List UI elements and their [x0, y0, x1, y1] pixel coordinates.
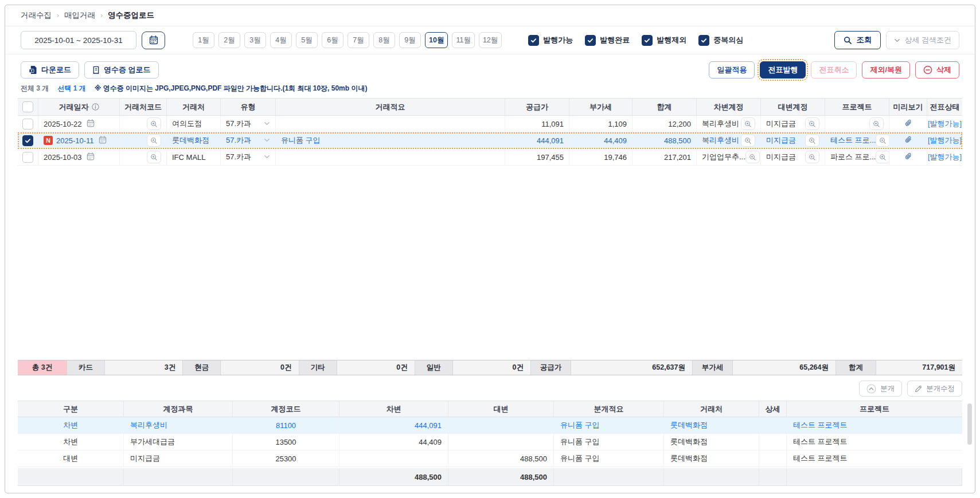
month-button-4월[interactable]: 4월: [270, 32, 292, 48]
checkbox-icon[interactable]: [528, 35, 539, 46]
cell-status[interactable]: [발행가능]: [927, 149, 962, 165]
cell-debit-account[interactable]: 복리후생비: [697, 132, 761, 148]
lookup-button[interactable]: [805, 134, 819, 147]
status-filter-발행완료[interactable]: 발행완료: [585, 35, 630, 46]
lookup-button[interactable]: [805, 117, 819, 130]
cell-date[interactable]: 2025-10-22: [38, 116, 120, 132]
row-checkbox[interactable]: [22, 152, 33, 163]
row-checkbox[interactable]: [22, 119, 33, 130]
journal-scrollbar[interactable]: [967, 391, 972, 477]
cell-credit-account[interactable]: 미지급금: [761, 116, 825, 132]
cell-vendor-code[interactable]: [120, 149, 167, 165]
cell-project[interactable]: 테스트 프로...: [825, 132, 889, 148]
month-button-5월[interactable]: 5월: [296, 32, 318, 48]
cell-status[interactable]: [발행가능]: [927, 132, 962, 148]
month-button-1월[interactable]: 1월: [193, 32, 214, 48]
batch-apply-button[interactable]: 일괄적용: [709, 61, 755, 79]
cell-memo[interactable]: 유니폼 구입: [276, 132, 505, 148]
excel-file-icon: x: [29, 65, 37, 74]
cell-memo[interactable]: [276, 116, 505, 132]
lookup-button[interactable]: [805, 151, 819, 163]
delete-button[interactable]: 삭제: [915, 61, 959, 79]
cell-type[interactable]: 57.카과: [221, 149, 276, 165]
cell-project[interactable]: [825, 116, 889, 132]
cell-date[interactable]: 2025-10-03: [38, 149, 120, 165]
month-button-6월[interactable]: 6월: [322, 32, 343, 48]
lookup-button[interactable]: [876, 134, 889, 147]
advanced-search-button[interactable]: 상세 검색조건: [886, 31, 959, 49]
journal-total-cell: 488,500: [339, 468, 448, 485]
cell-date[interactable]: N 2025-10-11: [38, 132, 120, 148]
status-filter-발행제외[interactable]: 발행제외: [642, 35, 686, 46]
cell-vendor[interactable]: IFC MALL: [167, 149, 221, 165]
journal-row[interactable]: 차변 부가세대급금 13500 44,409 유니폼 구입 롯데백화점 테스트 …: [18, 434, 962, 450]
checkbox-icon[interactable]: [585, 35, 596, 46]
row-select-cell[interactable]: [18, 116, 38, 132]
date-range-input[interactable]: [21, 31, 136, 49]
download-button[interactable]: x 다운로드: [21, 61, 79, 79]
pencil-icon: [915, 385, 922, 393]
cell-type[interactable]: 57.카과: [221, 116, 276, 132]
lookup-button[interactable]: [147, 117, 161, 130]
table-row[interactable]: 2025-10-22 여의도점 57.카과 11,091 1,109 12,20…: [18, 116, 962, 132]
cell-project[interactable]: 파로스 프로...: [825, 149, 889, 165]
row-checkbox[interactable]: [22, 135, 33, 146]
scrollbar-thumb[interactable]: [967, 403, 972, 445]
search-button[interactable]: 조회: [834, 31, 881, 49]
row-select-cell[interactable]: [18, 132, 38, 148]
lookup-button[interactable]: [147, 151, 161, 163]
cancel-voucher-button[interactable]: 전표취소: [811, 61, 857, 79]
journal-collapse-button[interactable]: 분개: [859, 381, 902, 397]
issue-voucher-button[interactable]: 전표발행: [760, 61, 806, 79]
receipt-upload-button[interactable]: 영수증 업로드: [84, 61, 159, 79]
cell-memo[interactable]: [276, 149, 505, 165]
lookup-button[interactable]: [147, 134, 161, 147]
lookup-button[interactable]: [745, 151, 760, 163]
cell-preview[interactable]: [889, 149, 927, 165]
cell-vendor[interactable]: 여의도점: [167, 116, 221, 132]
status-filter-발행가능[interactable]: 발행가능: [528, 35, 573, 46]
cell-type[interactable]: 57.카과: [221, 132, 276, 148]
month-button-8월[interactable]: 8월: [373, 32, 395, 48]
calendar-button[interactable]: [142, 32, 165, 49]
cell-status[interactable]: [발행가능]: [927, 116, 962, 132]
journal-row[interactable]: 차변 복리후생비 81100 444,091 유니폼 구입 롯데백화점 테스트 …: [18, 417, 962, 434]
table-row[interactable]: N 2025-10-11 롯데백화점 57.카과 유니폼 구입 444,091 …: [18, 132, 962, 149]
month-button-2월[interactable]: 2월: [218, 32, 240, 48]
journal-edit-button[interactable]: 분개수정: [907, 381, 962, 397]
month-button-11월[interactable]: 11월: [452, 32, 474, 48]
lookup-button[interactable]: [876, 151, 889, 163]
status-filter-중복의심[interactable]: 중복의심: [698, 35, 743, 46]
month-button-3월[interactable]: 3월: [244, 32, 266, 48]
chevron-down-icon: [264, 154, 270, 160]
column-header-공급가: 공급가: [505, 99, 569, 115]
exclude-restore-button[interactable]: 제외/복원: [862, 61, 910, 79]
cell-vendor-code[interactable]: [120, 116, 167, 132]
select-all-header[interactable]: [18, 99, 38, 115]
cell-debit-account[interactable]: 복리후생비: [697, 116, 761, 132]
lookup-button[interactable]: [869, 117, 884, 130]
table-row[interactable]: 2025-10-03 IFC MALL 57.카과 197,455 19,746…: [18, 149, 962, 166]
journal-row[interactable]: 대변 미지급금 25300 488,500 유니폼 구입 롯데백화점 테스트 프…: [18, 450, 962, 467]
breadcrumb-item[interactable]: 거래수집: [21, 10, 52, 21]
lookup-button[interactable]: [741, 117, 755, 130]
cell-credit-account[interactable]: 미지급금: [761, 132, 825, 148]
month-button-12월[interactable]: 12월: [479, 32, 502, 48]
month-button-7월[interactable]: 7월: [348, 32, 369, 48]
checkbox-icon[interactable]: [698, 35, 709, 46]
row-select-cell[interactable]: [18, 149, 38, 165]
cell-debit-account[interactable]: 기업업무추...: [697, 149, 761, 165]
cell-vendor[interactable]: 롯데백화점: [167, 132, 221, 148]
calendar-icon: [99, 136, 107, 144]
cell-preview[interactable]: [889, 132, 927, 148]
month-button-10월[interactable]: 10월: [425, 32, 448, 48]
cell-vendor-code[interactable]: [120, 132, 167, 148]
checkbox-icon[interactable]: [642, 35, 653, 46]
cell-preview[interactable]: [889, 116, 927, 132]
new-badge: N: [44, 136, 53, 145]
breadcrumb-item[interactable]: 매입거래: [64, 10, 95, 21]
month-button-9월[interactable]: 9월: [399, 32, 421, 48]
lookup-button[interactable]: [741, 134, 755, 147]
cell-credit-account[interactable]: 미지급금: [761, 149, 825, 165]
select-all-checkbox[interactable]: [22, 101, 33, 112]
